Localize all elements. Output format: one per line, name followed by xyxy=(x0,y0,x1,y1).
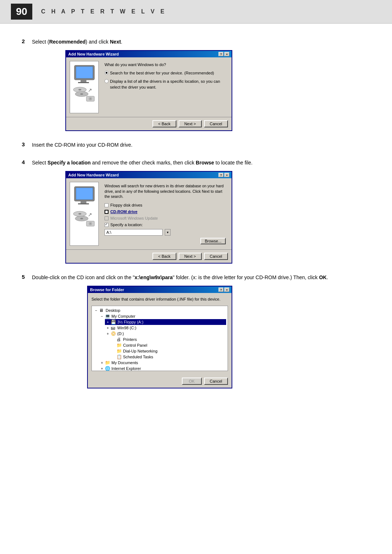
printers-label: Printers xyxy=(123,337,137,342)
browse-ok-btn[interactable]: OK xyxy=(182,378,202,385)
wizard-1-option1-label: Search for the best driver for your devi… xyxy=(110,70,214,76)
dialog2-browse-btn[interactable]: Browse... xyxy=(200,238,226,244)
schedtasks-icon: 📋 xyxy=(117,354,122,359)
wizard-1-close-btn[interactable]: × xyxy=(224,52,229,56)
wizard-1-option1[interactable]: Search for the best driver for your devi… xyxy=(105,70,226,76)
wizard-1-help-btn[interactable]: ? xyxy=(219,52,224,56)
dialog2-specify-label: Specify a location: xyxy=(110,223,143,227)
d-expand[interactable]: + xyxy=(105,332,111,336)
dialog2-location-input[interactable] xyxy=(105,229,163,236)
svg-rect-15 xyxy=(78,203,89,204)
mycomputer-icon: 💻 xyxy=(105,314,111,319)
tree-item-ie[interactable]: + 🌐 Internet Explorer xyxy=(99,366,226,371)
wizard-2-help-btn[interactable]: ? xyxy=(219,173,224,177)
dialog2-floppy-checkbox[interactable] xyxy=(105,203,109,207)
browse-close-btn[interactable]: × xyxy=(224,288,229,292)
dialog2-msupdate-label: Microsoft Windows Update xyxy=(110,216,158,220)
wizard-1-cancel-btn[interactable]: Cancel xyxy=(204,120,228,127)
svg-rect-14 xyxy=(81,201,86,203)
step-5-path: x:\eng\w9x\para xyxy=(135,274,173,280)
controlpanel-expand xyxy=(111,343,117,347)
wizard-2-body: ↗ Windows will search for new drivers in… xyxy=(66,178,232,249)
page-content: 2 Select (Recommended) and click Next. A… xyxy=(0,38,392,413)
add-hardware-wizard-2: Add New Hardware Wizard ? × xyxy=(65,171,232,264)
d-icon: 📀 xyxy=(111,331,117,336)
floppy-expand[interactable]: + xyxy=(105,320,111,324)
tree-item-mydocs[interactable]: + 📁 My Documents xyxy=(99,360,226,366)
tree-item-controlpanel[interactable]: 📁 Control Panel xyxy=(111,342,226,348)
dialup-label: Dial-Up Networking xyxy=(123,349,158,353)
folder-tree[interactable]: − 🖥 Desktop − 💻 My Computer + 💾 3 xyxy=(91,306,228,371)
step-2-bold2: Next xyxy=(110,39,121,45)
desktop-label: Desktop xyxy=(106,308,120,313)
controlpanel-icon: 📁 xyxy=(117,343,122,348)
mycomputer-label: My Computer xyxy=(111,314,135,318)
dialog2-cdrom-label: CD-ROM drive xyxy=(110,209,138,214)
ie-expand[interactable]: + xyxy=(99,367,105,371)
step-5: 5 Double-click on the CD icon and click … xyxy=(22,274,370,388)
win98-icon: 🖴 xyxy=(111,325,117,330)
browse-cancel-btn[interactable]: Cancel xyxy=(204,378,228,385)
step-5-text: Double-click on the CD icon and click on… xyxy=(32,274,328,281)
add-hardware-wizard-1: Add New Hardware Wizard ? × xyxy=(65,50,232,131)
schedtasks-label: Scheduled Tasks xyxy=(123,355,153,359)
wizard-2-back-btn[interactable]: < Back xyxy=(152,253,176,260)
dialog2-cdrom-checkbox[interactable] xyxy=(105,210,109,214)
dialog2-dropdown-arrow[interactable]: ▼ xyxy=(165,229,171,236)
dialup-icon: 📁 xyxy=(117,349,122,354)
wizard-1-body: ↗ What do you want Windows to do? Search… xyxy=(66,57,232,117)
wizard-2-next-btn[interactable]: Next > xyxy=(179,253,202,260)
svg-point-23 xyxy=(90,223,91,224)
tree-item-d[interactable]: + 📀 (D:) xyxy=(105,331,226,337)
svg-point-5 xyxy=(78,89,81,90)
mydocs-expand[interactable]: + xyxy=(99,361,105,365)
wizard-1-radio2[interactable] xyxy=(105,79,109,83)
step-2: 2 Select (Recommended) and click Next. A… xyxy=(22,38,370,131)
browse-description: Select the folder that contains driver i… xyxy=(91,297,228,302)
dialog2-specify-checkbox[interactable] xyxy=(105,223,109,227)
wizard-graphic-2-svg: ↗ xyxy=(73,185,96,243)
wizard-2-content: Windows will search for new drivers in i… xyxy=(102,182,228,246)
tree-item-win98[interactable]: + 🖴 Win98 (C:) xyxy=(105,325,226,331)
svg-point-17 xyxy=(78,213,81,215)
step-5-line: 5 Double-click on the CD icon and click … xyxy=(22,274,370,281)
tree-item-floppy[interactable]: + 💾 3½ Floppy (A:) xyxy=(105,319,226,325)
browse-help-btn[interactable]: ? xyxy=(219,288,224,292)
wizard-graphic-svg: ↗ xyxy=(73,64,96,111)
dialup-expand xyxy=(111,349,117,353)
wizard-2-close-btn[interactable]: × xyxy=(224,173,229,177)
ie-label: Internet Explorer xyxy=(111,366,141,371)
chapter-number: 90 xyxy=(11,4,32,20)
browse-titlebar-controls: ? × xyxy=(219,288,229,292)
dialog2-specify-option[interactable]: Specify a location: xyxy=(105,223,226,227)
dialog2-floppy-option[interactable]: Floppy disk drives xyxy=(105,203,226,207)
browse-body: Select the folder that contains driver i… xyxy=(88,293,232,375)
step-2-text: Select (Recommended) and click Next. xyxy=(32,38,122,46)
tree-item-schedtasks[interactable]: 📋 Scheduled Tasks xyxy=(111,354,226,360)
d-label: (D:) xyxy=(117,331,124,336)
tree-item-desktop[interactable]: − 🖥 Desktop xyxy=(93,307,226,313)
wizard-1-radio1[interactable] xyxy=(105,71,109,75)
desktop-expand[interactable]: − xyxy=(93,309,99,313)
wizard-1-title: Add New Hardware Wizard xyxy=(68,52,119,56)
browse-for-folder-dialog: Browse for Folder ? × Select the folder … xyxy=(87,286,232,388)
dialog2-container: Add New Hardware Wizard ? × xyxy=(65,171,370,264)
dialog2-cdrom-option[interactable]: CD-ROM drive xyxy=(105,209,226,214)
wizard-1-image: ↗ xyxy=(70,61,99,113)
mycomputer-expand[interactable]: − xyxy=(99,314,105,318)
tree-item-printers[interactable]: 🖨 Printers xyxy=(111,337,226,342)
svg-rect-2 xyxy=(81,80,86,82)
step-4-bold2: Browse xyxy=(196,160,214,166)
step-4-number: 4 xyxy=(22,159,32,165)
dialog2-msupdate-checkbox xyxy=(105,216,109,220)
schedtasks-expand xyxy=(111,355,117,359)
wizard-1-next-btn[interactable]: Next > xyxy=(179,120,202,127)
wizard-2-cancel-btn[interactable]: Cancel xyxy=(204,253,228,260)
printers-expand xyxy=(111,338,117,342)
wizard-1-option2[interactable]: Display a list of all the drivers in a s… xyxy=(105,79,226,90)
wizard-1-back-btn[interactable]: < Back xyxy=(152,120,176,127)
tree-item-mycomputer[interactable]: − 💻 My Computer xyxy=(99,313,226,319)
controlpanel-label: Control Panel xyxy=(123,343,147,347)
tree-item-dialup[interactable]: 📁 Dial-Up Networking xyxy=(111,348,226,354)
win98-expand[interactable]: + xyxy=(105,326,111,330)
